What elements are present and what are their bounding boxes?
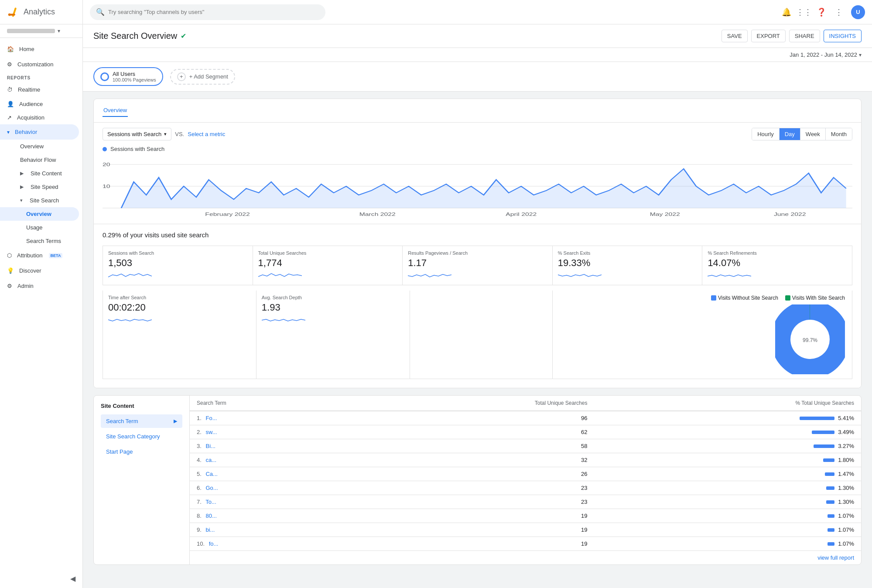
time-selector: Hourly Day Week Month	[752, 128, 852, 140]
realtime-icon: ⏱	[7, 86, 13, 93]
row-pct: 1.30%	[594, 481, 861, 495]
save-button[interactable]: SAVE	[722, 30, 748, 42]
sidebar-item-site-search[interactable]: ▾ Site Search	[0, 194, 82, 207]
app-title: Analytics	[24, 7, 55, 17]
page-header: Site Search Overview ✔ SAVE EXPORT SHARE…	[83, 24, 872, 48]
sidebar-item-site-search-overview[interactable]: Overview	[0, 207, 79, 221]
row-searches: 19	[350, 537, 595, 551]
page-actions: SAVE EXPORT SHARE INSIGHTS	[722, 30, 862, 42]
sidebar-item-behavior-overview[interactable]: Overview	[0, 140, 82, 153]
row-term-link[interactable]: bi...	[205, 526, 215, 533]
sc-link-start-page[interactable]: Start Page	[101, 445, 182, 458]
sidebar-item-attribution[interactable]: ⬡ Attribution BETA	[0, 248, 79, 263]
sidebar-item-behavior-flow[interactable]: Behavior Flow	[0, 153, 82, 167]
svg-text:March 2022: March 2022	[359, 212, 396, 217]
time-month-button[interactable]: Month	[826, 128, 852, 140]
tab-overview[interactable]: Overview	[103, 104, 128, 117]
donut-container: Visits Without Site Search Visits With S…	[553, 291, 852, 379]
pct-bar	[826, 500, 834, 504]
select-metric-link[interactable]: Select a metric	[188, 131, 225, 137]
account-selector[interactable]: ▾	[0, 24, 82, 38]
stat-empty	[410, 291, 553, 379]
sidebar-item-behavior[interactable]: ▾ Behavior	[0, 124, 79, 140]
row-pct: 1.30%	[594, 495, 861, 509]
search-terms-table: Search Term Total Unique Searches % Tota…	[190, 396, 861, 551]
table-row: 10. fo... 19 1.07%	[190, 537, 861, 551]
svg-text:May 2022: May 2022	[650, 212, 680, 217]
row-searches: 32	[350, 453, 595, 467]
view-full-report-link[interactable]: view full report	[190, 551, 861, 564]
row-term-link[interactable]: fo...	[209, 540, 219, 547]
row-term-link[interactable]: Go...	[205, 485, 218, 491]
sidebar-item-realtime[interactable]: ⏱ Realtime	[0, 82, 79, 97]
sc-link-category[interactable]: Site Search Category	[101, 430, 182, 443]
time-week-button[interactable]: Week	[800, 128, 826, 140]
row-rank: 9.	[197, 526, 202, 533]
sidebar-item-search-terms[interactable]: Search Terms	[0, 234, 82, 248]
row-pct: 1.07%	[594, 509, 861, 523]
apps-icon[interactable]: ⋮⋮	[799, 7, 809, 17]
search-input[interactable]	[108, 9, 319, 15]
row-term-link[interactable]: To...	[205, 499, 216, 505]
stats-grid: Sessions with Search 1,503 Total Unique …	[103, 246, 852, 285]
vs-label: VS.	[175, 131, 184, 137]
sidebar-item-audience[interactable]: 👤 Audience	[0, 97, 82, 111]
notifications-icon[interactable]: 🔔	[781, 7, 792, 17]
time-hourly-button[interactable]: Hourly	[752, 128, 780, 140]
time-day-button[interactable]: Day	[780, 128, 800, 140]
sidebar-item-site-search-usage[interactable]: Usage	[0, 221, 82, 234]
export-button[interactable]: EXPORT	[751, 30, 786, 42]
metric-dropdown[interactable]: Sessions with Search ▾	[103, 128, 171, 140]
sc-link-search-term[interactable]: Search Term ▶	[101, 414, 182, 428]
donut-chart: 99.7%	[775, 304, 845, 374]
stat-value: 1.93	[262, 302, 404, 313]
metric-dropdown-icon: ▾	[164, 131, 167, 137]
row-pct: 1.47%	[594, 467, 861, 481]
table-row: 1. Fo... 96 5.41%	[190, 411, 861, 425]
sidebar-collapse-button[interactable]: ◀	[0, 569, 82, 588]
row-term-link[interactable]: sw...	[205, 429, 217, 435]
donut-legend-no-search: Visits Without Site Search	[711, 295, 778, 301]
sidebar-item-customization[interactable]: ⚙ Customization	[0, 57, 79, 72]
admin-label: Admin	[17, 283, 34, 289]
stats-grid-row2: Time after Search 00:02:20 Avg. Search D…	[103, 291, 852, 379]
row-term-link[interactable]: Bi...	[205, 443, 215, 449]
insights-button[interactable]: INSIGHTS	[824, 30, 862, 42]
help-icon[interactable]: ❓	[816, 7, 827, 17]
all-users-segment[interactable]: All Users 100.00% Pageviews	[93, 67, 163, 86]
more-icon[interactable]: ⋮	[834, 7, 844, 17]
stat-label: Avg. Search Depth	[262, 295, 404, 300]
overview-tabs: Overview	[94, 99, 861, 123]
share-button[interactable]: SHARE	[789, 30, 820, 42]
overview-card: Overview Sessions with Search ▾ VS. Sele…	[93, 99, 862, 388]
table-row: 9. bi... 19 1.07%	[190, 523, 861, 537]
discover-label: Discover	[19, 267, 41, 274]
row-pct: 5.41%	[594, 411, 861, 425]
add-segment-button[interactable]: + + Add Segment	[170, 69, 235, 85]
search-bar[interactable]: 🔍	[90, 4, 325, 20]
legend-dot	[103, 147, 107, 151]
stat-value: 1.17	[408, 257, 547, 269]
site-speed-label: Site Speed	[31, 184, 58, 190]
avatar[interactable]: U	[851, 5, 865, 19]
sidebar-item-site-content[interactable]: ▶ Site Content	[0, 167, 82, 180]
date-range[interactable]: Jan 1, 2022 - Jun 14, 2022 ▾	[83, 48, 872, 62]
stat-value: 19.33%	[558, 257, 697, 269]
row-term-link[interactable]: ca...	[205, 457, 216, 463]
row-term-link[interactable]: 80...	[205, 513, 216, 519]
sidebar-item-home[interactable]: 🏠 Home	[0, 41, 79, 57]
search-terms-label: Search Terms	[26, 238, 61, 244]
sidebar-item-discover[interactable]: 💡 Discover	[0, 263, 79, 278]
sparkline	[108, 270, 152, 279]
donut-color-no-search	[711, 295, 716, 301]
sidebar-item-site-speed[interactable]: ▶ Site Speed	[0, 180, 82, 194]
row-term-link[interactable]: Fo...	[205, 415, 217, 421]
sidebar-item-admin[interactable]: ⚙ Admin	[0, 278, 79, 294]
sidebar-item-acquisition[interactable]: ↗ Acquisition	[0, 111, 82, 124]
donut-legend: Visits Without Site Search Visits With S…	[711, 295, 845, 301]
sc-category-label: Site Search Category	[106, 433, 160, 440]
row-term-link[interactable]: Ca...	[205, 471, 217, 477]
sidebar-item-label: Audience	[19, 101, 43, 107]
sc-start-page-label: Start Page	[106, 448, 133, 455]
pct-bar	[828, 514, 834, 518]
